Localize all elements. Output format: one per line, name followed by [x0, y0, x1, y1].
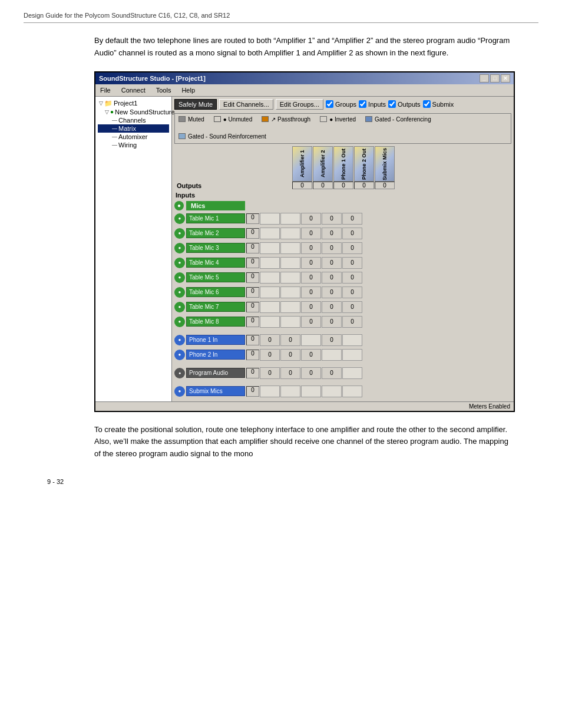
- input-row[interactable]: ●Table Mic 60000: [174, 285, 511, 299]
- input-row[interactable]: ●Table Mic 80000: [174, 315, 511, 329]
- matrix-cell[interactable]: 0: [301, 242, 321, 254]
- matrix-cell[interactable]: 0: [342, 242, 362, 254]
- matrix-cell[interactable]: [260, 316, 280, 328]
- safely-mute-button[interactable]: Safely Mute: [174, 99, 217, 110]
- matrix-cell[interactable]: 0: [260, 367, 280, 379]
- matrix-cell[interactable]: 0: [322, 257, 342, 269]
- mics-expand-button[interactable]: ●: [174, 201, 184, 210]
- matrix-cell[interactable]: 0: [342, 228, 362, 239]
- input-row[interactable]: ●Table Mic 30000: [174, 241, 511, 255]
- matrix-cell[interactable]: 0: [342, 213, 362, 225]
- matrix-cell[interactable]: [260, 213, 280, 225]
- groups-checkbox[interactable]: [326, 100, 333, 108]
- input-row[interactable]: ●Table Mic 70000: [174, 300, 511, 314]
- matrix-cell[interactable]: 0: [322, 334, 342, 346]
- matrix-cell[interactable]: 0: [301, 272, 321, 284]
- matrix-cell[interactable]: [301, 386, 321, 397]
- legend-swatch-inv: [320, 116, 327, 122]
- matrix-cell[interactable]: [260, 286, 280, 298]
- matrix-cell[interactable]: [342, 349, 362, 361]
- matrix-cell[interactable]: [280, 213, 300, 225]
- input-row[interactable]: ●Submix Mics0: [174, 384, 511, 398]
- edit-channels-button[interactable]: Edit Channels...: [219, 99, 273, 110]
- matrix-cell[interactable]: [280, 316, 300, 328]
- matrix-cell[interactable]: 0: [260, 349, 280, 361]
- matrix-cell[interactable]: [322, 386, 342, 397]
- submix-checkbox[interactable]: [423, 100, 431, 108]
- matrix-cell[interactable]: 0: [301, 213, 321, 225]
- input-row[interactable]: ●Phone 1 In0000: [174, 333, 511, 347]
- matrix-cell[interactable]: 0: [322, 367, 342, 379]
- groups-label: Groups: [335, 101, 356, 108]
- matrix-cell[interactable]: 0: [342, 316, 362, 328]
- inputs-checkbox[interactable]: [359, 100, 366, 108]
- matrix-cell[interactable]: [280, 257, 300, 269]
- matrix-cell[interactable]: 0: [322, 242, 342, 254]
- input-value: 0: [246, 386, 259, 397]
- input-row[interactable]: ●Table Mic 50000: [174, 271, 511, 285]
- tree-item-channels[interactable]: — Channels: [98, 116, 169, 124]
- matrix-cell[interactable]: [260, 272, 280, 284]
- groups-checkbox-group: Groups: [326, 100, 356, 108]
- matrix-cell[interactable]: [280, 301, 300, 313]
- matrix-cell[interactable]: 0: [301, 286, 321, 298]
- matrix-cell[interactable]: 0: [301, 316, 321, 328]
- matrix-cell[interactable]: 0: [322, 316, 342, 328]
- matrix-cell[interactable]: [342, 386, 362, 397]
- matrix-cell[interactable]: [322, 349, 342, 361]
- matrix-cell[interactable]: 0: [342, 257, 362, 269]
- matrix-cell[interactable]: 0: [301, 349, 321, 361]
- matrix-cell[interactable]: 0: [260, 334, 280, 346]
- input-label: Program Audio: [186, 368, 245, 378]
- matrix-cell[interactable]: [280, 242, 300, 254]
- matrix-cell[interactable]: 0: [301, 301, 321, 313]
- matrix-cell[interactable]: [280, 286, 300, 298]
- edit-groups-button[interactable]: Edit Groups...: [276, 99, 323, 110]
- matrix-cell[interactable]: 0: [342, 301, 362, 313]
- matrix-cell[interactable]: [342, 367, 362, 379]
- input-row[interactable]: ●Table Mic 20000: [174, 226, 511, 241]
- input-row[interactable]: ●Table Mic 40000: [174, 256, 511, 270]
- submix-checkbox-group: Submix: [423, 100, 454, 108]
- matrix-cell[interactable]: 0: [322, 213, 342, 225]
- matrix-cell[interactable]: [280, 386, 300, 397]
- matrix-cell[interactable]: 0: [301, 228, 321, 239]
- matrix-cell[interactable]: [342, 334, 362, 346]
- tree-item-automixer[interactable]: — Automixer: [98, 133, 169, 141]
- input-row[interactable]: ●Program Audio00000: [174, 366, 511, 380]
- matrix-cell[interactable]: [280, 272, 300, 284]
- matrix-cell[interactable]: 0: [322, 228, 342, 239]
- matrix-cell[interactable]: [280, 228, 300, 239]
- maximize-button[interactable]: □: [490, 74, 500, 83]
- matrix-cell[interactable]: 0: [280, 367, 300, 379]
- matrix-cell[interactable]: [260, 242, 280, 254]
- matrix-cell[interactable]: [260, 386, 280, 397]
- tree-item-matrix[interactable]: — Matrix: [98, 124, 169, 133]
- matrix-cell[interactable]: [301, 334, 321, 346]
- matrix-cell[interactable]: 0: [280, 349, 300, 361]
- close-button[interactable]: ✕: [501, 74, 510, 83]
- matrix-cell[interactable]: 0: [322, 272, 342, 284]
- matrix-cell[interactable]: 0: [342, 286, 362, 298]
- matrix-cell[interactable]: 0: [280, 334, 300, 346]
- matrix-cell[interactable]: 0: [301, 367, 321, 379]
- matrix-cell[interactable]: 0: [322, 301, 342, 313]
- input-row[interactable]: ●Phone 2 In0000: [174, 348, 511, 362]
- matrix-cell[interactable]: 0: [301, 257, 321, 269]
- menu-connect[interactable]: Connect: [119, 85, 148, 95]
- minimize-button[interactable]: _: [480, 74, 489, 83]
- matrix-cell[interactable]: [260, 228, 280, 239]
- matrix-cell[interactable]: 0: [322, 286, 342, 298]
- menu-tools[interactable]: Tools: [154, 85, 174, 95]
- dash-icon-4: —: [112, 142, 117, 148]
- matrix-cell[interactable]: [260, 301, 280, 313]
- tree-item-wiring[interactable]: — Wiring: [98, 141, 169, 149]
- menu-file[interactable]: File: [98, 85, 113, 95]
- matrix-cell[interactable]: [260, 257, 280, 269]
- outputs-checkbox[interactable]: [388, 100, 396, 108]
- matrix-cell[interactable]: 0: [342, 272, 362, 284]
- tree-item-soundstructure[interactable]: ▽ ● New SoundStructure: [98, 108, 169, 116]
- input-row[interactable]: ●Table Mic 10000: [174, 212, 511, 226]
- tree-item-project[interactable]: ▽ 📁 Project1: [98, 99, 169, 108]
- menu-help[interactable]: Help: [179, 85, 197, 95]
